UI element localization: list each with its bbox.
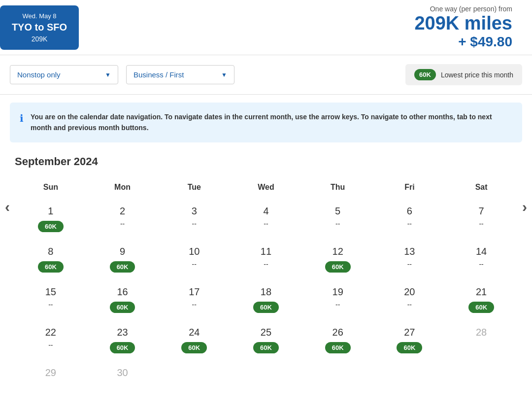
calendar-table: SunMonTueWedThuFriSat 160K2--3--4--5--6-… xyxy=(15,178,517,388)
calendar-day-cell[interactable]: 14-- xyxy=(445,239,517,279)
day-no-price: -- xyxy=(15,301,87,309)
calendar-day-cell[interactable]: 17-- xyxy=(158,279,230,320)
calendar-week-row: 860K960K10--11--1260K13--14-- xyxy=(15,239,517,279)
day-price-badge: 60K xyxy=(325,261,351,273)
calendar-week-row: 160K2--3--4--5--6--7-- xyxy=(15,199,517,239)
day-no-price: -- xyxy=(374,260,446,268)
calendar-day-cell[interactable]: 1660K xyxy=(87,279,159,320)
day-price-badge: 60K xyxy=(38,221,64,232)
lowest-price-label: Lowest price this month xyxy=(441,71,513,79)
weekday-label: Tue xyxy=(158,178,230,199)
weekday-label: Thu xyxy=(302,178,374,199)
price-miles: 209K miles xyxy=(414,13,512,34)
day-no-price: -- xyxy=(230,220,302,228)
calendar-day-cell[interactable]: 19-- xyxy=(302,279,374,320)
route-miles: 209K xyxy=(11,35,68,43)
day-number: 3 xyxy=(158,206,230,217)
calendar-day-cell[interactable]: 6-- xyxy=(374,199,446,239)
calendar-day-cell xyxy=(302,360,374,388)
day-price-badge: 60K xyxy=(110,261,135,273)
day-no-price: -- xyxy=(374,301,446,309)
weekday-label: Fri xyxy=(374,178,446,199)
day-price-badge: 60K xyxy=(110,302,135,313)
weekday-label: Sat xyxy=(445,178,517,199)
day-number: 5 xyxy=(302,206,374,217)
day-no-price: -- xyxy=(15,341,87,349)
calendar-day-cell[interactable]: 5-- xyxy=(302,199,374,239)
weekday-label: Sun xyxy=(15,178,87,199)
prev-month-button[interactable]: ‹ xyxy=(5,199,10,215)
calendar-day-cell[interactable]: 2560K xyxy=(230,320,302,360)
info-icon: ℹ xyxy=(20,112,24,124)
day-number: 29 xyxy=(15,367,87,379)
day-no-price: -- xyxy=(302,220,374,228)
day-number: 26 xyxy=(302,327,374,338)
info-box: ℹ You are on the calendar date navigatio… xyxy=(10,103,522,142)
day-number: 21 xyxy=(445,286,517,298)
day-number: 8 xyxy=(15,246,87,257)
cabin-filter-label: Business / First xyxy=(133,70,184,79)
day-number: 7 xyxy=(445,206,517,217)
calendar-day-cell[interactable]: 960K xyxy=(87,239,159,279)
calendar-day-cell[interactable]: 4-- xyxy=(230,199,302,239)
calendar-day-cell[interactable]: 2760K xyxy=(374,320,446,360)
calendar-day-cell[interactable]: 11-- xyxy=(230,239,302,279)
day-number: 20 xyxy=(374,286,446,298)
calendar-day-cell[interactable]: 13-- xyxy=(374,239,446,279)
calendar-day-cell[interactable]: 2160K xyxy=(445,279,517,320)
calendar-day-cell[interactable]: 1260K xyxy=(302,239,374,279)
day-number: 28 xyxy=(445,327,517,338)
calendar-day-cell[interactable]: 2660K xyxy=(302,320,374,360)
day-number: 23 xyxy=(87,327,159,338)
calendar-day-cell[interactable]: 160K xyxy=(15,199,87,239)
calendar-week-row: 15--1660K17--1860K19--20--2160K xyxy=(15,279,517,320)
calendar-day-cell[interactable]: 15-- xyxy=(15,279,87,320)
calendar-day-cell[interactable]: 1860K xyxy=(230,279,302,320)
flight-route: TYO to SFO xyxy=(11,22,68,33)
calendar-day-cell[interactable]: 22-- xyxy=(15,320,87,360)
info-text: You are on the calendar date navigation.… xyxy=(31,111,512,134)
cabin-filter-arrow: ▼ xyxy=(221,71,227,78)
calendar-day-cell[interactable]: 7-- xyxy=(445,199,517,239)
next-month-button[interactable]: › xyxy=(522,199,527,215)
calendar-day-cell[interactable]: 10-- xyxy=(158,239,230,279)
calendar-day-cell[interactable]: 860K xyxy=(15,239,87,279)
day-price-badge: 60K xyxy=(181,342,207,353)
day-price-badge: 60K xyxy=(468,302,494,313)
calendar-section: September 2024 SunMonTueWedThuFriSat 160… xyxy=(0,150,532,403)
price-section: One way (per person) from 209K miles + $… xyxy=(414,5,522,50)
calendar-month-label: September 2024 xyxy=(15,155,517,168)
day-number: 13 xyxy=(374,246,446,257)
flight-date: Wed. May 8 xyxy=(11,12,68,20)
day-price-badge: 60K xyxy=(253,302,279,313)
day-number: 17 xyxy=(158,286,230,298)
page-header: Wed. May 8 TYO to SFO 209K One way (per … xyxy=(0,0,532,55)
day-no-price: -- xyxy=(445,220,517,228)
day-number: 30 xyxy=(87,367,159,379)
calendar-day-cell: 28 xyxy=(445,320,517,360)
lowest-price-badge: 60K xyxy=(414,69,436,80)
calendar-day-cell[interactable]: 20-- xyxy=(374,279,446,320)
calendar-day-cell xyxy=(158,360,230,388)
cabin-filter-select[interactable]: Business / First ▼ xyxy=(126,65,234,84)
calendar-week-row: 2930 xyxy=(15,360,517,388)
day-number: 15 xyxy=(15,286,87,298)
weekday-header-row: SunMonTueWedThuFriSat xyxy=(15,178,517,199)
calendar-day-cell[interactable]: 2460K xyxy=(158,320,230,360)
day-number: 11 xyxy=(230,246,302,257)
day-number: 22 xyxy=(15,327,87,338)
day-number: 6 xyxy=(374,206,446,217)
day-no-price: -- xyxy=(302,301,374,309)
calendar-day-cell xyxy=(445,360,517,388)
day-number: 27 xyxy=(374,327,446,338)
day-number: 14 xyxy=(445,246,517,257)
day-price-badge: 60K xyxy=(110,342,135,353)
calendar-day-cell[interactable]: 2360K xyxy=(87,320,159,360)
day-number: 1 xyxy=(15,206,87,217)
calendar-day-cell[interactable]: 3-- xyxy=(158,199,230,239)
calendar-day-cell[interactable]: 2-- xyxy=(87,199,159,239)
route-card: Wed. May 8 TYO to SFO 209K xyxy=(0,5,79,50)
stop-filter-select[interactable]: Nonstop only ▼ xyxy=(10,65,118,84)
day-no-price: -- xyxy=(158,301,230,309)
day-number: 4 xyxy=(230,206,302,217)
